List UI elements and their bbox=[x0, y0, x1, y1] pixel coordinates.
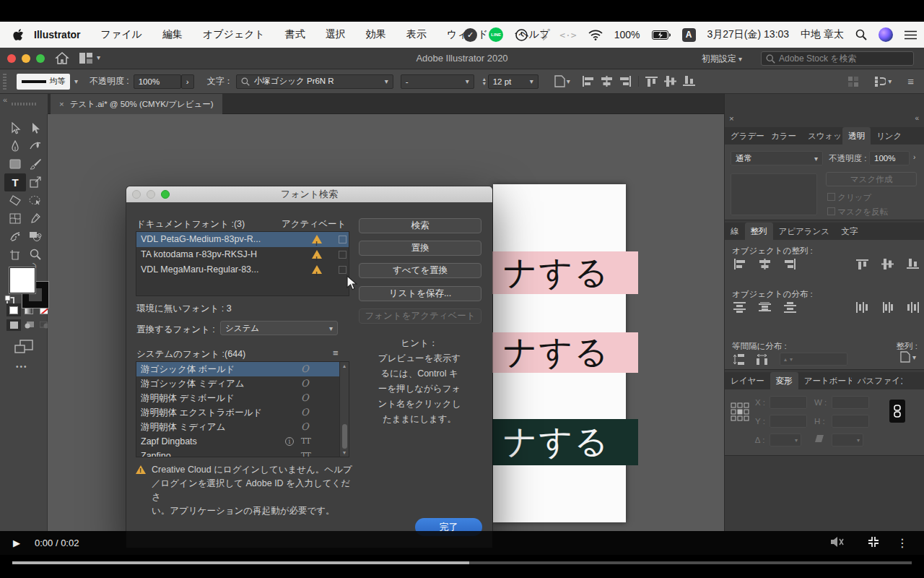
change-button[interactable]: 置換 bbox=[359, 241, 481, 256]
align-middle-vertical-icon[interactable] bbox=[881, 259, 894, 269]
align-left-icon[interactable] bbox=[733, 259, 746, 269]
distribute-center-vertical-icon[interactable] bbox=[759, 302, 771, 313]
status-check-icon[interactable]: ✓ bbox=[463, 28, 477, 42]
stroke-profile-chip[interactable]: 均等 bbox=[17, 74, 70, 90]
constrain-proportions-icon[interactable] bbox=[889, 400, 905, 423]
curvature-tool[interactable] bbox=[26, 138, 45, 154]
toolbar-grip[interactable] bbox=[12, 103, 36, 105]
scroll-up-icon[interactable]: ▴ bbox=[340, 363, 349, 369]
type-tool[interactable]: T bbox=[4, 173, 26, 191]
lasso-tool[interactable] bbox=[26, 192, 45, 208]
player-menu-icon[interactable]: ⋮ bbox=[897, 536, 908, 550]
eyedropper-tool[interactable] bbox=[26, 210, 45, 226]
direct-selection-tool[interactable] bbox=[26, 120, 45, 136]
tab-swatches[interactable]: スウォッ bbox=[802, 127, 842, 144]
text-object-2[interactable]: ナする bbox=[475, 332, 638, 373]
panel-opacity-field[interactable]: 100% bbox=[869, 151, 910, 165]
clip-checkbox[interactable]: クリップ bbox=[827, 192, 871, 203]
tab-align[interactable]: 整列 bbox=[745, 223, 773, 240]
scrollbar-thumb[interactable] bbox=[12, 561, 469, 564]
tab-close-icon[interactable]: × bbox=[59, 100, 64, 108]
distribute-right-icon[interactable] bbox=[907, 302, 919, 313]
menu-edit[interactable]: 編集 bbox=[162, 28, 183, 41]
system-fonts-scrollbar[interactable]: ▴ ▾ bbox=[339, 362, 349, 457]
menu-illustrator[interactable]: Illustrator bbox=[34, 29, 81, 40]
font-family-select[interactable]: 小塚ゴシック Pr6N R ▾ bbox=[236, 74, 393, 89]
tab-artboards[interactable]: アートボード bbox=[798, 372, 852, 389]
change-all-button[interactable]: すべてを置換 bbox=[359, 263, 481, 278]
menubar-user[interactable]: 中地 章太 bbox=[801, 28, 844, 41]
code-brackets-icon[interactable]: <·> bbox=[559, 30, 576, 40]
h-field[interactable] bbox=[832, 415, 869, 428]
tab-layers[interactable]: レイヤー bbox=[725, 372, 770, 389]
exit-fullscreen-icon[interactable] bbox=[868, 536, 879, 551]
align-bottom-icon[interactable] bbox=[683, 76, 695, 87]
menu-object[interactable]: オブジェクト bbox=[203, 28, 265, 41]
stock-search-input[interactable]: Adobe Stock を検索 bbox=[761, 51, 914, 66]
replace-font-select[interactable]: システム▾ bbox=[220, 321, 338, 335]
free-transform-tool[interactable] bbox=[26, 174, 45, 190]
workspace-switcher[interactable]: 初期設定 ▾ bbox=[702, 51, 742, 66]
scrollbar-thumb[interactable] bbox=[342, 424, 347, 449]
line-app-icon[interactable]: LINE bbox=[489, 27, 503, 42]
activate-checkbox[interactable] bbox=[339, 266, 346, 274]
align-top-icon[interactable] bbox=[856, 259, 868, 269]
document-font-row[interactable]: TA kotodama r-83pv-RKSJ-H bbox=[136, 247, 349, 262]
distribute-bottom-icon[interactable] bbox=[784, 302, 796, 313]
activate-checkbox[interactable] bbox=[339, 236, 346, 243]
spacing-value-field[interactable]: ▴▾ bbox=[780, 353, 847, 366]
spotlight-icon[interactable] bbox=[855, 29, 867, 40]
siri-icon[interactable] bbox=[879, 27, 893, 42]
activate-fonts-button[interactable]: フォントをアクティベート bbox=[359, 309, 481, 324]
dialog-minimize-button[interactable] bbox=[147, 190, 155, 199]
document-font-row[interactable]: VDL MegaMaru-Regular-83... bbox=[136, 262, 349, 277]
tab-appearance[interactable]: アピアランス bbox=[773, 223, 836, 240]
info-icon[interactable]: i bbox=[285, 437, 294, 446]
system-font-row[interactable]: 游ゴシック体 ミディアムO bbox=[136, 376, 349, 391]
screen-mode-icon[interactable] bbox=[14, 340, 33, 358]
tab-transform[interactable]: 変形 bbox=[770, 372, 798, 389]
snap-to-glyph-icon[interactable]: ▾ bbox=[874, 76, 892, 87]
font-size-stepper[interactable]: ▴▾ bbox=[483, 77, 486, 86]
controlbar-menu-icon[interactable]: ≡ bbox=[907, 75, 914, 87]
menubar-clock[interactable]: 3月27日(金) 13:03 bbox=[707, 28, 790, 41]
panel-grip[interactable] bbox=[3, 74, 6, 90]
fill-color-well[interactable] bbox=[9, 267, 35, 293]
stroke-chevron-icon[interactable]: ▾ bbox=[74, 77, 78, 85]
artboard-tool[interactable] bbox=[6, 246, 25, 262]
font-size-select[interactable]: 12 pt▾ bbox=[488, 74, 539, 89]
tab-pathfinder[interactable]: パスファイン bbox=[852, 372, 902, 389]
opacity-expand-button[interactable]: › bbox=[181, 74, 194, 89]
paintbrush-tool[interactable] bbox=[26, 156, 45, 172]
make-mask-button[interactable]: マスク作成 bbox=[826, 172, 917, 186]
font-style-select[interactable]: -▾ bbox=[401, 74, 474, 89]
distribute-top-icon[interactable] bbox=[733, 302, 746, 313]
wifi-icon[interactable] bbox=[588, 30, 603, 40]
panel-close-icon[interactable]: × bbox=[729, 114, 734, 123]
opacity-field[interactable]: 100% bbox=[134, 74, 181, 89]
shape-builder-tool[interactable] bbox=[26, 228, 45, 244]
save-list-button[interactable]: リストを保存... bbox=[359, 286, 481, 301]
align-right-icon[interactable] bbox=[784, 259, 796, 269]
system-fonts-list[interactable]: 游ゴシック体 ボールドO 游ゴシック体 ミディアムO 游明朝体 デミボールドO … bbox=[136, 361, 349, 457]
system-font-row[interactable]: 游ゴシック体 ボールドO bbox=[136, 362, 349, 376]
symbol-sprayer-tool[interactable] bbox=[6, 228, 25, 244]
system-font-row[interactable]: ZapfinoTT bbox=[136, 449, 349, 457]
volume-muted-icon[interactable] bbox=[830, 536, 845, 551]
text-object-3[interactable]: ナする bbox=[475, 419, 638, 465]
dialog-titlebar[interactable]: フォント検索 bbox=[126, 186, 492, 202]
menu-select[interactable]: 選択 bbox=[326, 28, 346, 41]
menu-type[interactable]: 書式 bbox=[285, 28, 305, 41]
rectangle-tool[interactable] bbox=[6, 156, 25, 172]
tab-transparency[interactable]: 透明 bbox=[842, 127, 871, 144]
edit-toolbar-icon[interactable]: ••• bbox=[16, 363, 28, 371]
align-bottom-icon[interactable] bbox=[907, 259, 919, 269]
menu-file[interactable]: ファイル bbox=[101, 28, 142, 41]
system-font-row[interactable]: 游明朝体 ミディアムO bbox=[136, 420, 349, 434]
tab-character[interactable]: 文字 bbox=[835, 223, 863, 240]
apple-icon[interactable] bbox=[13, 29, 24, 41]
mesh-tool[interactable] bbox=[6, 210, 25, 226]
distribute-left-icon[interactable] bbox=[856, 302, 868, 313]
menu-effect[interactable]: 効果 bbox=[366, 28, 386, 41]
reference-point-locator[interactable] bbox=[731, 402, 749, 423]
